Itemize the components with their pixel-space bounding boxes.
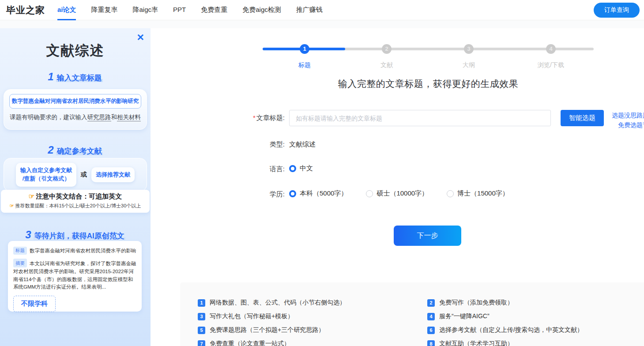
- page-title: 输入完整的文章标题，获得更好的生成效果: [263, 78, 594, 90]
- stepper-dot-3[interactable]: 3: [464, 44, 474, 54]
- radio-selected-icon[interactable]: [289, 165, 296, 172]
- feature-item: 6 选择参考文献（自定义上传/搜索勾选，中英文文献）: [427, 326, 583, 335]
- hint-link-materials[interactable]: 相关材料: [117, 114, 141, 121]
- hint-prefix: 课题有明确要求的，建议输入: [10, 114, 87, 120]
- number-badge: 4: [427, 313, 435, 320]
- feature-item: 5 免费课题思路（三个拟题+三个研究思路）: [198, 326, 346, 335]
- logo: 毕业之家: [6, 4, 45, 16]
- step1-number: 1: [48, 71, 53, 83]
- recommended-reference-button[interactable]: 选择推荐文献: [91, 167, 135, 183]
- step2-number: 2: [48, 144, 53, 156]
- nav-tab-ai-paper[interactable]: ai论文: [57, 0, 76, 20]
- topic-help-link-1[interactable]: 选题没思路用: [612, 110, 644, 120]
- nav-tab-ppt[interactable]: PPT: [173, 0, 186, 20]
- number-badge: 5: [198, 327, 205, 334]
- degree-option-master-label: 硕士（10000字）: [377, 189, 428, 198]
- sample-result-card: 标题数字普惠金融对河南省农村居民消费水平的影响研究 摘要本文以河南省为研究对象，…: [8, 241, 142, 312]
- radio-unselected-icon[interactable]: [366, 190, 373, 197]
- nav-tab-free-check[interactable]: 免费查重: [201, 0, 227, 20]
- type-value: 文献综述: [289, 140, 316, 149]
- notice-sub: 推荐数量提醒：本科15个以上/硕士20个以上/博士30个以上: [15, 203, 141, 208]
- pointing-finger-icon: ☞: [10, 203, 14, 208]
- language-option-chinese[interactable]: 中文: [289, 164, 313, 173]
- number-badge: 6: [427, 327, 435, 334]
- stepper-dot-1[interactable]: 1: [300, 44, 309, 54]
- main-area: 1 2 3 4 标题 文献 大纲 浏览/下载 输入完整的文章标题，获得更好的生成…: [151, 28, 644, 346]
- type-label: 类型:: [245, 140, 285, 149]
- progress-stepper: 1 2 3 4 标题 文献 大纲 浏览/下载: [263, 43, 594, 83]
- smart-topic-button[interactable]: 智能选题: [561, 110, 604, 126]
- any-subject-button[interactable]: 不限学科: [13, 296, 56, 312]
- sidebar-title: 文献综述: [0, 41, 151, 60]
- close-icon[interactable]: ✕: [136, 33, 144, 42]
- sidebar-step1-heading: 1输入文章标题: [0, 71, 151, 83]
- pointing-finger-icon: ☞: [29, 192, 34, 200]
- hint-link-research-idea[interactable]: 研究思路: [87, 114, 111, 121]
- step1-title: 输入文章标题: [56, 74, 103, 82]
- custom-reference-button[interactable]: 输入自定义参考文献 /查新（引文格式）: [16, 163, 76, 187]
- feature-text: 免费写作（添加免费领取）: [439, 299, 513, 307]
- feature-column-right: 2 免费写作（添加免费领取） 4 服务“一键降AIGC” 6 选择参考文献（自定…: [427, 298, 583, 346]
- notice-title: 注意中英文结合：可追加英文: [36, 192, 122, 200]
- sample-abstract-text: 本文以河南省为研究对象，探讨了数字普惠金融对农村居民消费水平的影响。研究采用20…: [13, 261, 136, 290]
- notice-line2: ☞推荐数量提醒：本科15个以上/硕士20个以上/博士30个以上: [1, 203, 150, 209]
- guide-sidebar: ✕ 文献综述 1输入文章标题 数字普惠金融对河南省农村居民消费水平的影响研究 课…: [0, 28, 151, 346]
- number-badge: 1: [198, 299, 205, 307]
- topic-help-link-2[interactable]: 免费选题节: [612, 120, 644, 130]
- degree-option-phd-label: 博士（15000字）: [457, 189, 509, 198]
- language-options: 中文: [289, 164, 313, 173]
- degree-option-bachelor[interactable]: 本科（5000字）: [289, 189, 347, 198]
- custom-reference-line1: 输入自定义参考文献: [20, 166, 72, 175]
- feature-text: 网络数据、图、表、公式、代码（小节右侧勾选）: [210, 299, 346, 307]
- feature-text: 选择参考文献（自定义上传/搜索勾选，中英文文献）: [439, 326, 583, 334]
- stepper-dot-2[interactable]: 2: [382, 44, 392, 54]
- radio-selected-icon[interactable]: [289, 190, 296, 197]
- degree-option-bachelor-label: 本科（5000字）: [300, 189, 347, 198]
- custom-reference-line2: /查新（引文格式）: [20, 175, 72, 183]
- language-label: 语言:: [245, 165, 285, 173]
- sample-abstract: 摘要本文以河南省为研究对象，探讨了数字普惠金融对农村居民消费水平的影响。研究采用…: [13, 259, 136, 291]
- required-asterisk: *: [253, 114, 256, 121]
- nav-tabs: ai论文 降重复率 降aigc率 PPT 免费查重 免费aigc检测 推广赚钱: [57, 0, 338, 20]
- stepper-label-references: 文献: [360, 61, 413, 69]
- step3-number: 3: [25, 229, 31, 241]
- reference-notice-card: ☞注意中英文结合：可追加英文 ☞推荐数量提醒：本科15个以上/硕士20个以上/博…: [1, 190, 150, 213]
- feature-item: 8 文献互助（学术学习互助）: [427, 339, 583, 346]
- feature-item: 1 网络数据、图、表、公式、代码（小节右侧勾选）: [198, 298, 346, 307]
- degree-options: 本科（5000字） 硕士（10000字） 博士（15000字）: [289, 189, 509, 198]
- order-query-button[interactable]: 订单查询: [594, 3, 640, 18]
- nav-tab-reduce-aigc[interactable]: 降aigc率: [133, 0, 158, 20]
- degree-option-master[interactable]: 硕士（10000字）: [366, 189, 428, 198]
- topic-help-links: 选题没思路用 免费选题节: [612, 110, 644, 130]
- feature-item: 7 免费查重（论文查重一站式）: [198, 339, 346, 346]
- feature-list-panel: 1 网络数据、图、表、公式、代码（小节右侧勾选） 3 写作大礼包（写作秘籍+模板…: [180, 282, 644, 346]
- main-content: 1 2 3 4 标题 文献 大纲 浏览/下载 输入完整的文章标题，获得更好的生成…: [263, 28, 594, 83]
- feature-item: 2 免费写作（添加免费领取）: [427, 298, 583, 307]
- article-title-label-text: 文章标题:: [256, 114, 285, 121]
- nav-tab-reduce-repeat[interactable]: 降重复率: [91, 0, 118, 20]
- article-title-label: *文章标题:: [245, 114, 285, 122]
- next-step-button[interactable]: 下一步: [394, 226, 461, 246]
- language-option-label: 中文: [300, 164, 313, 173]
- stepper-dot-4[interactable]: 4: [546, 44, 556, 54]
- hint-mid: 和: [111, 114, 117, 120]
- stepper-label-title: 标题: [278, 61, 331, 69]
- degree-option-phd[interactable]: 博士（15000字）: [447, 189, 509, 198]
- feature-text: 免费课题思路（三个拟题+三个研究思路）: [210, 326, 324, 334]
- nav-tab-free-aigc-detect[interactable]: 免费aigc检测: [242, 0, 281, 20]
- step2-title: 确定参考文献: [56, 147, 103, 155]
- example-title-pill[interactable]: 数字普惠金融对河南省农村居民消费水平的影响研究: [9, 94, 141, 109]
- topic-help-link-2-text[interactable]: 免费选题节: [618, 121, 644, 128]
- reference-options-card: 输入自定义参考文献 /查新（引文格式） 或 选择推荐文献: [4, 158, 147, 192]
- nav-tab-promotion[interactable]: 推广赚钱: [296, 0, 323, 20]
- stepper-label-download: 浏览/下载: [524, 61, 577, 69]
- article-title-input[interactable]: [289, 110, 551, 126]
- step3-title: 等待片刻，获得AI原创范文: [34, 232, 125, 240]
- feature-text: 写作大礼包（写作秘籍+模板）: [210, 312, 294, 320]
- topic-help-link-1-text[interactable]: 选题没思路用: [612, 112, 644, 119]
- number-badge: 3: [198, 313, 205, 320]
- example-hint: 课题有明确要求的，建议输入研究思路和相关材料: [4, 113, 147, 121]
- sample-title-text: 数字普惠金融对河南省农村居民消费水平的影响研究: [30, 248, 136, 253]
- number-badge: 8: [427, 340, 435, 346]
- radio-unselected-icon[interactable]: [447, 190, 454, 197]
